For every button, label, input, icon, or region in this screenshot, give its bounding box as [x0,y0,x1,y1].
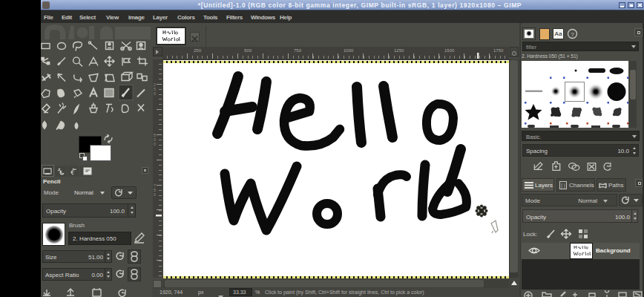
svg-text:?: ? [571,31,574,38]
